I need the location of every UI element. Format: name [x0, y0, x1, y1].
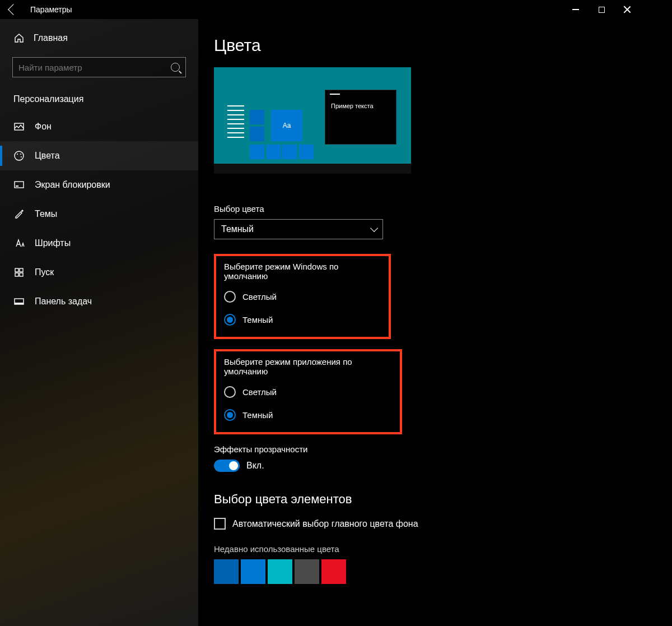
picture-icon [13, 121, 25, 132]
sidebar: Главная Персонализация Фон Цвета Экран б… [0, 19, 198, 626]
color-swatch[interactable] [268, 559, 292, 584]
close-icon [623, 6, 631, 13]
svg-rect-9 [15, 273, 18, 276]
svg-point-2 [17, 154, 18, 155]
home-link[interactable]: Главная [0, 19, 198, 49]
radio-label: Темный [242, 315, 273, 324]
transparency-toggle[interactable] [214, 460, 240, 472]
recent-colors-label: Недавно использованные цвета [214, 544, 640, 554]
grid-icon [13, 267, 25, 278]
color-swatch[interactable] [321, 559, 346, 584]
sidebar-item-colors[interactable]: Цвета [0, 141, 198, 170]
arrow-left-icon [8, 4, 19, 15]
brush-icon [13, 208, 25, 220]
section-title: Персонализация [0, 85, 198, 112]
home-icon [13, 33, 25, 44]
choose-color-label: Выбор цвета [214, 204, 640, 214]
sidebar-item-label: Фон [35, 122, 52, 132]
sidebar-item-fonts[interactable]: Шрифты [0, 229, 198, 258]
svg-rect-6 [16, 186, 18, 187]
app-mode-group: Выберите режим приложения по умолчанию С… [214, 349, 402, 434]
checkbox-icon [214, 518, 226, 530]
sidebar-item-themes[interactable]: Темы [0, 200, 198, 229]
preview-tile-text: Aa [271, 110, 302, 141]
minimize-button[interactable] [563, 0, 589, 19]
search-input[interactable] [18, 63, 171, 72]
font-icon [13, 238, 25, 249]
maximize-icon [599, 7, 605, 13]
minimize-icon [572, 9, 579, 10]
main-content: Цвета Пример текста Aa Выбор цвета Темны… [198, 19, 640, 626]
sidebar-item-start[interactable]: Пуск [0, 258, 198, 287]
app-mode-light[interactable]: Светлый [224, 383, 392, 401]
transparency-state: Вкл. [246, 461, 264, 471]
accent-heading: Выбор цвета элементов [214, 492, 640, 507]
taskbar-icon [13, 296, 25, 307]
svg-point-3 [20, 154, 21, 155]
close-button[interactable] [614, 0, 640, 19]
color-swatch[interactable] [214, 559, 239, 584]
svg-rect-10 [20, 273, 23, 276]
auto-pick-label: Автоматический выбор главного цвета фона [232, 519, 418, 529]
sidebar-item-label: Темы [35, 209, 57, 219]
page-title: Цвета [214, 36, 640, 55]
sidebar-item-label: Шрифты [35, 238, 71, 248]
color-swatch[interactable] [241, 559, 265, 584]
choose-color-value: Темный [221, 224, 254, 234]
radio-icon [224, 314, 236, 326]
svg-point-1 [15, 151, 24, 160]
windows-mode-dark[interactable]: Темный [224, 310, 381, 329]
sidebar-item-lockscreen[interactable]: Экран блокировки [0, 170, 198, 200]
preview-start-menu: Aa [225, 102, 323, 164]
color-swatch[interactable] [295, 559, 319, 584]
home-label: Главная [34, 33, 68, 43]
chevron-down-icon [370, 224, 378, 232]
back-button[interactable] [0, 0, 27, 19]
radio-icon [224, 291, 236, 303]
window-title: Параметры [27, 5, 72, 14]
preview-sample-text: Пример текста [331, 103, 374, 109]
sidebar-item-taskbar[interactable]: Панель задач [0, 287, 198, 316]
choose-color-dropdown[interactable]: Темный [214, 219, 383, 239]
svg-rect-8 [20, 268, 23, 272]
radio-label: Светлый [242, 387, 277, 397]
search-box[interactable] [12, 57, 186, 77]
sidebar-item-label: Экран блокировки [35, 180, 110, 190]
preview-window: Пример текста [325, 90, 396, 145]
svg-rect-5 [15, 182, 24, 188]
windows-mode-title: Выберите режим Windows по умолчанию [224, 262, 381, 281]
windows-mode-light[interactable]: Светлый [224, 288, 381, 306]
auto-pick-checkbox-row[interactable]: Автоматический выбор главного цвета фона [214, 518, 640, 530]
sidebar-item-label: Пуск [35, 267, 54, 277]
radio-icon [224, 386, 236, 398]
title-bar: Параметры [0, 0, 640, 19]
radio-label: Темный [242, 410, 273, 420]
app-mode-title: Выберите режим приложения по умолчанию [224, 357, 392, 376]
radio-icon [224, 409, 236, 421]
svg-point-4 [21, 156, 22, 157]
windows-mode-group: Выберите режим Windows по умолчанию Свет… [214, 254, 391, 339]
app-mode-dark[interactable]: Темный [224, 406, 392, 424]
search-icon [171, 63, 180, 72]
svg-rect-12 [15, 303, 24, 304]
transparency-label: Эффекты прозрачности [214, 444, 640, 454]
monitor-icon [13, 179, 25, 191]
palette-icon [13, 150, 25, 161]
svg-rect-7 [15, 268, 18, 272]
radio-label: Светлый [242, 292, 277, 302]
maximize-button[interactable] [589, 0, 614, 19]
sidebar-item-label: Цвета [35, 151, 60, 161]
recent-colors [214, 559, 640, 584]
sidebar-item-background[interactable]: Фон [0, 112, 198, 141]
color-preview: Пример текста Aa [214, 67, 411, 174]
sidebar-item-label: Панель задач [35, 296, 92, 307]
